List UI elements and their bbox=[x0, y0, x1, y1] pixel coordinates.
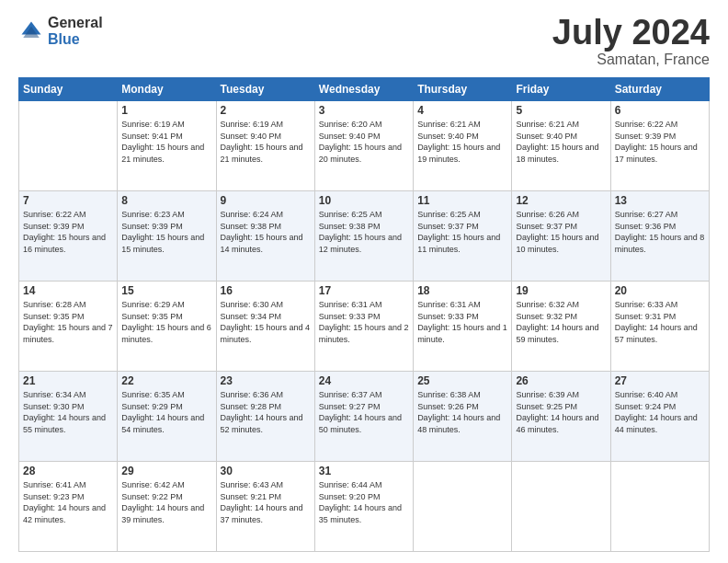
calendar-week-row: 28 Sunrise: 6:41 AM Sunset: 9:23 PM Dayl… bbox=[19, 462, 710, 552]
cell-sunrise: Sunrise: 6:30 AM bbox=[221, 299, 311, 311]
calendar-week-row: 21 Sunrise: 6:34 AM Sunset: 9:30 PM Dayl… bbox=[19, 372, 710, 462]
table-row: 11 Sunrise: 6:25 AM Sunset: 9:37 PM Dayl… bbox=[414, 191, 512, 282]
table-row: 3 Sunrise: 6:20 AM Sunset: 9:40 PM Dayli… bbox=[314, 101, 413, 191]
cell-sunset: Sunset: 9:36 PM bbox=[615, 221, 705, 233]
table-row: 5 Sunrise: 6:21 AM Sunset: 9:40 PM Dayli… bbox=[512, 101, 610, 191]
day-number: 20 bbox=[615, 284, 705, 297]
cell-daylight: Daylight: 14 hours and 48 minutes. bbox=[417, 412, 507, 435]
day-number: 17 bbox=[319, 284, 409, 297]
cell-sunset: Sunset: 9:26 PM bbox=[417, 401, 507, 413]
day-number: 18 bbox=[417, 284, 507, 297]
table-row: 15 Sunrise: 6:29 AM Sunset: 9:35 PM Dayl… bbox=[118, 282, 216, 372]
day-number: 10 bbox=[319, 194, 409, 207]
day-number: 29 bbox=[121, 465, 211, 477]
cell-sunrise: Sunrise: 6:33 AM bbox=[615, 299, 705, 311]
cell-sunset: Sunset: 9:28 PM bbox=[221, 401, 311, 413]
cell-sunset: Sunset: 9:39 PM bbox=[615, 131, 705, 143]
day-number: 4 bbox=[417, 104, 507, 117]
cell-sunset: Sunset: 9:27 PM bbox=[319, 401, 409, 413]
day-number: 3 bbox=[319, 104, 409, 117]
cell-daylight: Daylight: 14 hours and 37 minutes. bbox=[221, 502, 311, 525]
cell-sunset: Sunset: 9:40 PM bbox=[221, 131, 311, 143]
table-row: 1 Sunrise: 6:19 AM Sunset: 9:41 PM Dayli… bbox=[118, 101, 216, 191]
calendar-title: July 2024 bbox=[552, 15, 710, 50]
table-row: 19 Sunrise: 6:32 AM Sunset: 9:32 PM Dayl… bbox=[512, 282, 610, 372]
header-saturday: Saturday bbox=[610, 78, 709, 101]
day-number: 13 bbox=[615, 194, 705, 207]
table-row: 22 Sunrise: 6:35 AM Sunset: 9:29 PM Dayl… bbox=[118, 372, 216, 462]
table-row: 26 Sunrise: 6:39 AM Sunset: 9:25 PM Dayl… bbox=[512, 372, 610, 462]
header-thursday: Thursday bbox=[414, 78, 512, 101]
table-row: 9 Sunrise: 6:24 AM Sunset: 9:38 PM Dayli… bbox=[216, 191, 314, 282]
table-row: 21 Sunrise: 6:34 AM Sunset: 9:30 PM Dayl… bbox=[19, 372, 118, 462]
cell-sunrise: Sunrise: 6:25 AM bbox=[417, 209, 507, 221]
day-number: 16 bbox=[221, 284, 311, 297]
cell-sunrise: Sunrise: 6:31 AM bbox=[417, 299, 507, 311]
day-number: 23 bbox=[221, 374, 311, 387]
cell-sunrise: Sunrise: 6:21 AM bbox=[516, 119, 606, 131]
cell-sunrise: Sunrise: 6:25 AM bbox=[319, 209, 409, 221]
cell-daylight: Daylight: 14 hours and 52 minutes. bbox=[221, 412, 311, 435]
calendar-table: Sunday Monday Tuesday Wednesday Thursday… bbox=[18, 77, 710, 552]
calendar-week-row: 14 Sunrise: 6:28 AM Sunset: 9:35 PM Dayl… bbox=[19, 282, 710, 372]
cell-sunrise: Sunrise: 6:42 AM bbox=[121, 479, 211, 491]
cell-sunset: Sunset: 9:35 PM bbox=[23, 311, 113, 323]
logo-text: General Blue bbox=[48, 15, 103, 47]
day-number: 27 bbox=[615, 374, 705, 387]
cell-sunrise: Sunrise: 6:31 AM bbox=[319, 299, 409, 311]
table-row: 4 Sunrise: 6:21 AM Sunset: 9:40 PM Dayli… bbox=[414, 101, 512, 191]
cell-daylight: Daylight: 14 hours and 59 minutes. bbox=[516, 322, 606, 345]
calendar-week-row: 7 Sunrise: 6:22 AM Sunset: 9:39 PM Dayli… bbox=[19, 191, 710, 282]
cell-daylight: Daylight: 15 hours and 21 minutes. bbox=[121, 142, 211, 165]
cell-daylight: Daylight: 15 hours and 11 minutes. bbox=[417, 232, 507, 255]
cell-sunrise: Sunrise: 6:22 AM bbox=[615, 119, 705, 131]
day-number: 14 bbox=[23, 284, 113, 297]
table-row: 8 Sunrise: 6:23 AM Sunset: 9:39 PM Dayli… bbox=[118, 191, 216, 282]
cell-sunset: Sunset: 9:29 PM bbox=[121, 401, 211, 413]
day-number: 8 bbox=[121, 194, 211, 207]
logo-blue-text: Blue bbox=[48, 31, 103, 48]
table-row: 28 Sunrise: 6:41 AM Sunset: 9:23 PM Dayl… bbox=[19, 462, 118, 552]
day-number: 31 bbox=[319, 465, 409, 477]
cell-sunset: Sunset: 9:39 PM bbox=[23, 221, 113, 233]
table-row: 10 Sunrise: 6:25 AM Sunset: 9:38 PM Dayl… bbox=[314, 191, 413, 282]
day-number: 25 bbox=[417, 374, 507, 387]
day-number: 1 bbox=[121, 104, 211, 117]
cell-daylight: Daylight: 15 hours and 1 minute. bbox=[417, 322, 507, 345]
table-row: 23 Sunrise: 6:36 AM Sunset: 9:28 PM Dayl… bbox=[216, 372, 314, 462]
cell-daylight: Daylight: 15 hours and 20 minutes. bbox=[319, 142, 409, 165]
header-monday: Monday bbox=[118, 78, 216, 101]
cell-sunrise: Sunrise: 6:21 AM bbox=[417, 119, 507, 131]
table-row bbox=[19, 101, 118, 191]
cell-daylight: Daylight: 15 hours and 7 minutes. bbox=[23, 322, 113, 345]
weekday-header-row: Sunday Monday Tuesday Wednesday Thursday… bbox=[19, 78, 710, 101]
cell-sunset: Sunset: 9:37 PM bbox=[417, 221, 507, 233]
cell-sunrise: Sunrise: 6:36 AM bbox=[221, 389, 311, 401]
cell-daylight: Daylight: 14 hours and 35 minutes. bbox=[319, 502, 409, 525]
day-number: 28 bbox=[23, 465, 113, 477]
cell-sunset: Sunset: 9:41 PM bbox=[121, 131, 211, 143]
cell-daylight: Daylight: 15 hours and 18 minutes. bbox=[516, 142, 606, 165]
cell-daylight: Daylight: 14 hours and 44 minutes. bbox=[615, 412, 705, 435]
day-number: 5 bbox=[516, 104, 606, 117]
table-row: 24 Sunrise: 6:37 AM Sunset: 9:27 PM Dayl… bbox=[314, 372, 413, 462]
cell-daylight: Daylight: 15 hours and 21 minutes. bbox=[221, 142, 311, 165]
header-wednesday: Wednesday bbox=[314, 78, 413, 101]
day-number: 15 bbox=[121, 284, 211, 297]
calendar-week-row: 1 Sunrise: 6:19 AM Sunset: 9:41 PM Dayli… bbox=[19, 101, 710, 191]
day-number: 22 bbox=[121, 374, 211, 387]
table-row: 29 Sunrise: 6:42 AM Sunset: 9:22 PM Dayl… bbox=[118, 462, 216, 552]
cell-sunset: Sunset: 9:40 PM bbox=[319, 131, 409, 143]
day-number: 11 bbox=[417, 194, 507, 207]
day-number: 26 bbox=[516, 374, 606, 387]
cell-daylight: Daylight: 14 hours and 55 minutes. bbox=[23, 412, 113, 435]
cell-sunrise: Sunrise: 6:41 AM bbox=[23, 479, 113, 491]
cell-sunset: Sunset: 9:38 PM bbox=[319, 221, 409, 233]
cell-sunrise: Sunrise: 6:40 AM bbox=[615, 389, 705, 401]
cell-sunset: Sunset: 9:40 PM bbox=[516, 131, 606, 143]
table-row: 18 Sunrise: 6:31 AM Sunset: 9:33 PM Dayl… bbox=[414, 282, 512, 372]
cell-daylight: Daylight: 15 hours and 17 minutes. bbox=[615, 142, 705, 165]
day-number: 6 bbox=[615, 104, 705, 117]
cell-daylight: Daylight: 15 hours and 14 minutes. bbox=[221, 232, 311, 255]
table-row: 13 Sunrise: 6:27 AM Sunset: 9:36 PM Dayl… bbox=[610, 191, 709, 282]
